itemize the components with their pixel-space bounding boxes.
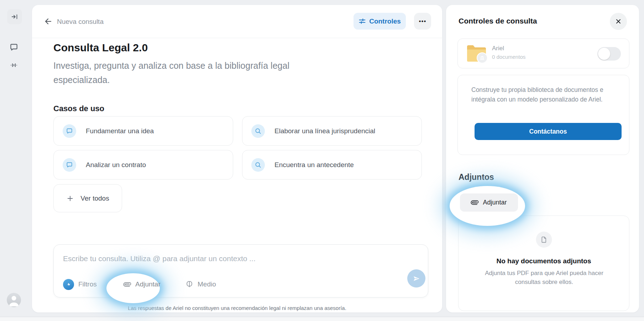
- chats-nav-button[interactable]: [6, 40, 21, 55]
- left-rail: [0, 0, 32, 321]
- view-all-button[interactable]: Ver todos: [53, 184, 122, 212]
- library-name: Ariel: [492, 45, 504, 52]
- expand-sidebar-button[interactable]: [7, 9, 22, 24]
- breadcrumb: Nueva consulta: [57, 18, 104, 26]
- use-case-label: Encuentra un antecedente: [274, 161, 354, 169]
- back-button[interactable]: [41, 14, 56, 29]
- search-icon: [251, 124, 265, 138]
- use-case-card-jurisprudencial[interactable]: Elaborar una línea jurisprudencial: [242, 116, 422, 146]
- promo-text: Construye tu propia biblioteca de docume…: [471, 85, 616, 104]
- user-avatar[interactable]: [7, 293, 21, 307]
- search-icon: [251, 158, 265, 172]
- ellipsis-icon: •••: [419, 18, 426, 25]
- query-input-placeholder: Escribe tu consulta. Utiliza @ para adju…: [63, 254, 256, 263]
- more-options-button[interactable]: •••: [414, 13, 431, 30]
- bank-badge-icon: [477, 52, 488, 63]
- sliders-icon: [358, 17, 366, 25]
- empty-state-subtitle: Adjunta tus PDF para que Ariel pueda hac…: [473, 269, 616, 286]
- attachments-empty-state: No hay documentos adjuntos Adjunta tus P…: [458, 216, 629, 311]
- library-card: Ariel 0 documentos: [457, 38, 629, 68]
- header-divider: [32, 38, 442, 38]
- library-promo-card: Construye tu propia biblioteca de docume…: [457, 75, 629, 155]
- empty-state-title: No hay documentos adjuntos: [459, 257, 629, 265]
- use-case-card-antecedente[interactable]: Encuentra un antecedente: [242, 150, 422, 180]
- page-title: Consulta Legal 2.0: [53, 42, 148, 54]
- composer-toolbar: Filtros Adjuntar Medio: [54, 275, 428, 297]
- arrow-left-icon: [44, 17, 53, 26]
- disclaimer-text: Las respuestas de Ariel no constituyen u…: [32, 305, 442, 311]
- library-doc-count: 0 documentos: [492, 54, 525, 60]
- query-controls-panel: Controles de consulta Ariel 0 documentos…: [446, 5, 639, 312]
- chat-icon: [9, 43, 19, 52]
- filters-button[interactable]: Filtros: [63, 278, 97, 291]
- use-case-label: Fundamentar una idea: [86, 127, 154, 135]
- main-header: Nueva consulta Controles •••: [32, 5, 442, 38]
- waveform-icon: [10, 61, 18, 69]
- use-case-label: Elaborar una línea jurisprudencial: [274, 127, 375, 135]
- medium-button[interactable]: Medio: [185, 278, 216, 291]
- use-cases-heading: Casos de uso: [53, 104, 104, 113]
- chat-icon: [63, 124, 76, 138]
- ariel-logo-icon: [63, 279, 74, 290]
- close-panel-button[interactable]: [610, 13, 627, 30]
- close-icon: [615, 18, 622, 25]
- page-subtitle: Investiga, pregunta y analiza con base a…: [53, 58, 295, 87]
- send-button[interactable]: [407, 269, 425, 288]
- contact-us-button[interactable]: Contáctanos: [475, 123, 622, 140]
- attachments-heading: Adjuntos: [459, 172, 494, 182]
- panel-title: Controles de consulta: [459, 17, 537, 25]
- bottom-edge-strip: [0, 317, 644, 321]
- plus-icon: [66, 195, 74, 202]
- send-icon: [412, 274, 421, 283]
- paperclip-icon: [122, 279, 133, 290]
- use-case-label: Analizar un contrato: [86, 161, 146, 169]
- use-case-card-contrato[interactable]: Analizar un contrato: [53, 150, 233, 180]
- main-panel: Nueva consulta Controles ••• Consulta Le…: [32, 5, 442, 312]
- attach-button[interactable]: Adjuntar: [124, 278, 161, 291]
- attach-document-button[interactable]: Adjuntar: [460, 193, 518, 212]
- library-toggle[interactable]: [597, 47, 621, 61]
- toggle-knob: [598, 48, 610, 60]
- document-icon: [536, 232, 552, 248]
- query-input[interactable]: Escribe tu consulta. Utiliza @ para adju…: [53, 244, 428, 297]
- audio-nav-button[interactable]: [6, 58, 21, 73]
- paperclip-icon: [470, 197, 480, 208]
- panel-expand-icon: [11, 13, 19, 21]
- brain-icon: [185, 280, 193, 288]
- chat-icon: [63, 158, 76, 172]
- controls-button[interactable]: Controles: [354, 13, 406, 30]
- use-case-card-fundamentar[interactable]: Fundamentar una idea: [53, 116, 233, 146]
